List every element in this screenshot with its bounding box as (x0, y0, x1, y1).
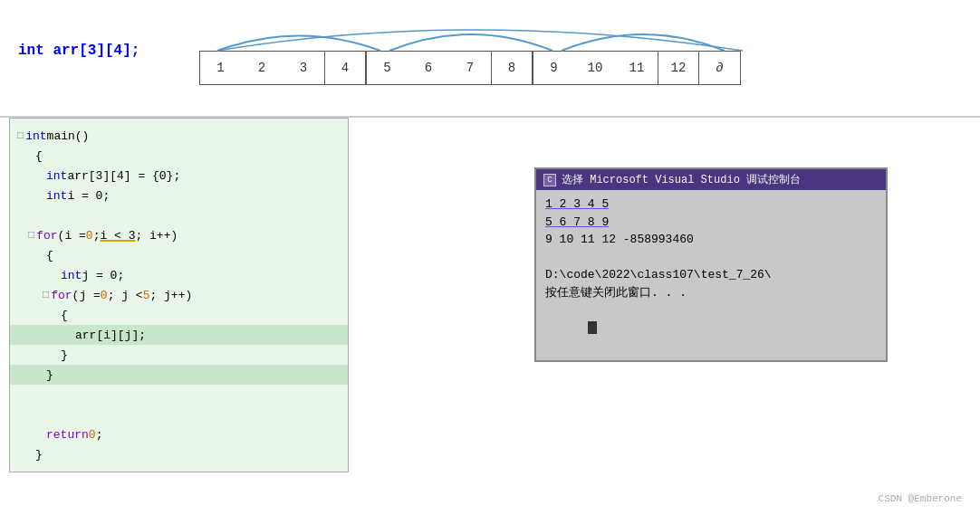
console-title: 选择 Microsoft Visual Studio 调试控制台 (562, 172, 801, 187)
code-line-for-open: { (10, 245, 348, 265)
top-section: int arr[3][4]; 1 2 3 4 5 6 7 8 9 10 (0, 0, 980, 94)
array-box-7: 7 (449, 51, 491, 85)
code-line-arr-decl: int arr[3][4] = {0}; (10, 166, 348, 186)
fold-marker-inner[interactable]: □ (43, 289, 49, 301)
console-line-2: 5 6 7 8 9 (545, 214, 877, 232)
code-line-main-close: } (10, 444, 348, 464)
array-box-partial: ∂ (699, 51, 741, 85)
console-line-1: 1 2 3 4 5 (545, 196, 877, 214)
watermark: CSDN @Emberone (879, 493, 962, 504)
code-line-for-outer: □ for (i = 0; i < 3; i++) (10, 225, 348, 245)
array-visual: 1 2 3 4 5 6 7 8 9 10 11 12 ∂ (199, 16, 741, 85)
array-box-1: 1 (199, 51, 241, 85)
array-box-5: 5 (366, 51, 408, 85)
code-line-blank1 (10, 205, 348, 225)
fold-marker-main[interactable]: □ (17, 129, 24, 142)
code-line-inner-open: { (10, 305, 348, 325)
console-line-blank (545, 249, 877, 267)
code-line-blank3 (10, 405, 348, 424)
array-box-2: 2 (241, 51, 283, 85)
fold-marker-for[interactable]: □ (28, 229, 34, 242)
code-line-inner-close: } (10, 345, 348, 365)
code-line-j-decl: int j = 0; (10, 265, 348, 285)
console-line-3: 9 10 11 12 -858993460 (545, 231, 877, 249)
code-line-return: return 0; (10, 424, 348, 444)
code-line-main: □ int main() (10, 126, 348, 146)
code-line-arr-access: arr[i][j]; (10, 325, 348, 345)
array-box-11: 11 (616, 51, 658, 85)
array-box-8: 8 (491, 51, 533, 85)
console-line-close: 按任意键关闭此窗口. . . (545, 284, 877, 302)
array-box-6: 6 (408, 51, 449, 85)
console-line-path: D:\code\2022\class107\test_7_26\ (545, 266, 877, 284)
kw-int: int (25, 129, 46, 143)
code-editor[interactable]: □ int main() { int arr[3][4] = {0}; int … (9, 118, 349, 472)
array-box-4: 4 (324, 51, 366, 85)
code-line-open-brace: { (10, 146, 348, 166)
console-titlebar: C 选择 Microsoft Visual Studio 调试控制台 (536, 169, 886, 190)
array-declaration: int arr[3][4]; (18, 43, 163, 59)
array-box-9: 9 (533, 51, 574, 85)
console-window[interactable]: C 选择 Microsoft Visual Studio 调试控制台 1 2 3… (534, 167, 888, 362)
console-title-icon: C (543, 174, 556, 186)
array-box-3: 3 (283, 51, 324, 85)
console-body: 1 2 3 4 5 5 6 7 8 9 9 10 11 12 -85899346… (536, 190, 886, 360)
code-line-for-inner: □ for (j = 0; j < 5; j++) (10, 285, 348, 305)
array-box-12: 12 (658, 51, 699, 85)
code-line-blank2 (10, 385, 348, 405)
code-line-i-decl: int i = 0; (10, 186, 348, 205)
array-boxes: 1 2 3 4 5 6 7 8 9 10 11 12 ∂ (199, 51, 741, 85)
console-cursor-line (545, 301, 877, 355)
array-box-10: 10 (574, 51, 616, 85)
code-line-outer-close: } (10, 365, 348, 385)
console-cursor (588, 321, 597, 334)
